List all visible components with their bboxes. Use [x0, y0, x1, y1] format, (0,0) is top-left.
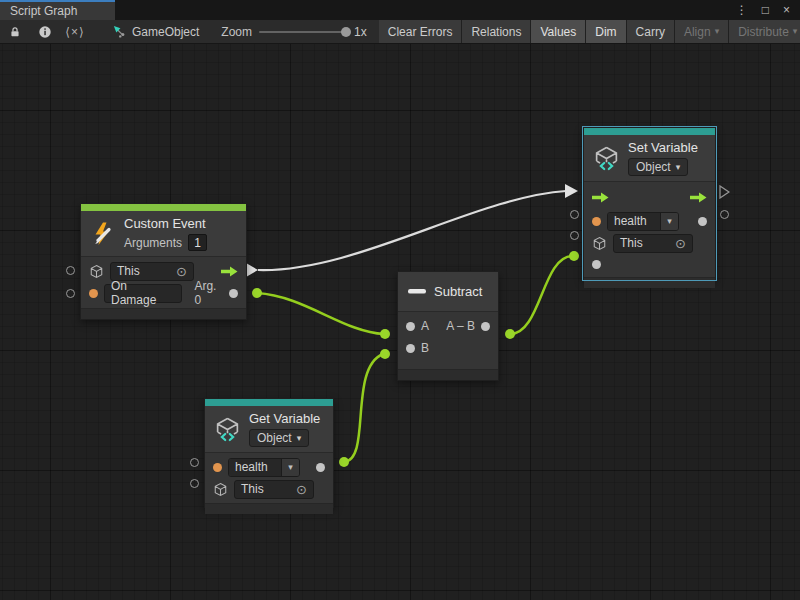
- clear-errors-button[interactable]: Clear Errors: [379, 20, 462, 43]
- arg0-label: Arg. 0: [194, 279, 223, 307]
- unconnected-port[interactable]: [570, 231, 579, 240]
- unconnected-port[interactable]: [190, 458, 199, 467]
- arguments-count-field[interactable]: 1: [188, 234, 207, 251]
- target-field[interactable]: This ⊙: [613, 234, 693, 253]
- wire-arg0-to-a[interactable]: [257, 293, 384, 334]
- script-graph-window: Script Graph ⋮ □ × ⟨×⟩: [0, 0, 800, 600]
- node-set-variable[interactable]: Set Variable Object ▾: [583, 127, 716, 280]
- arg0-wire-dot[interactable]: [252, 288, 262, 298]
- flow-input-port[interactable]: [592, 192, 609, 203]
- chevron-down-icon: ▾: [288, 463, 293, 472]
- tab-script-graph[interactable]: Script Graph: [0, 0, 115, 20]
- node-title: Set Variable: [628, 140, 698, 155]
- setvar-value-wire-dot[interactable]: [569, 251, 579, 261]
- arguments-label: Arguments: [124, 236, 182, 250]
- values-toggle[interactable]: Values: [531, 20, 585, 43]
- unconnected-port[interactable]: [66, 289, 75, 298]
- output-port[interactable]: [481, 322, 490, 331]
- unconnected-flow-port[interactable]: [719, 185, 730, 199]
- target-field[interactable]: This ⊙: [110, 262, 194, 281]
- node-footer: [205, 503, 333, 514]
- unconnected-port[interactable]: [720, 210, 729, 219]
- target-field[interactable]: This ⊙: [234, 480, 314, 499]
- node-footer: [81, 308, 246, 319]
- subtract-body: A A – B B: [398, 312, 498, 369]
- variable-accent-bar: [584, 128, 715, 135]
- set-variable-body: health ▾ This ⊙: [584, 182, 715, 277]
- close-icon[interactable]: ×: [783, 4, 790, 16]
- window-controls: ⋮ □ ×: [726, 0, 800, 20]
- object-picker-icon: ⊙: [176, 265, 187, 278]
- node-title: Subtract: [434, 284, 482, 299]
- variable-name-dropdown[interactable]: health ▾: [228, 458, 300, 477]
- edit-code-button[interactable]: ⟨×⟩: [60, 20, 90, 43]
- info-icon: [38, 24, 52, 40]
- game-object-icon: [112, 24, 127, 39]
- flow-output-arrow[interactable]: [246, 263, 258, 277]
- zoom-slider[interactable]: [259, 31, 347, 33]
- wire-getvar-to-b[interactable]: [344, 354, 383, 462]
- node-custom-event[interactable]: Custom Event Arguments 1 This ⊙: [80, 203, 247, 320]
- variable-scope-dropdown[interactable]: Object ▾: [628, 158, 688, 176]
- flow-input-arrow[interactable]: [565, 184, 578, 198]
- getvar-wire-dot[interactable]: [339, 457, 349, 467]
- align-dropdown[interactable]: Align ▾: [675, 20, 728, 43]
- zoom-value: 1x: [354, 25, 367, 39]
- flow-output-port[interactable]: [690, 192, 707, 203]
- graph-target-chip[interactable]: GameObject: [104, 20, 207, 43]
- node-footer: [584, 277, 715, 288]
- subtract-out-wire-dot[interactable]: [505, 329, 515, 339]
- node-title: Get Variable: [249, 411, 320, 426]
- value-output-port[interactable]: [698, 217, 707, 226]
- subtract-icon: [408, 289, 426, 294]
- value-output-port[interactable]: [316, 463, 325, 472]
- variable-name-port[interactable]: [213, 463, 222, 472]
- subtract-header: Subtract: [398, 272, 498, 312]
- tab-title: Script Graph: [10, 4, 77, 18]
- wire-subtract-to-setvar[interactable]: [510, 256, 572, 334]
- tab-bar: Script Graph ⋮ □ ×: [0, 0, 800, 20]
- unconnected-port[interactable]: [190, 479, 199, 488]
- variable-scope-dropdown[interactable]: Object ▾: [249, 429, 309, 447]
- game-object-cube-icon: [213, 482, 228, 497]
- flow-output-port[interactable]: [221, 266, 238, 277]
- node-get-variable[interactable]: Get Variable Object ▾ health ▾: [204, 398, 334, 508]
- relations-button[interactable]: Relations: [462, 20, 530, 43]
- game-object-cube-icon: [592, 236, 607, 251]
- input-a-port[interactable]: [406, 322, 415, 331]
- graph-canvas[interactable]: Custom Event Arguments 1 This ⊙: [0, 44, 800, 600]
- flow-wire[interactable]: [258, 191, 566, 270]
- distribute-dropdown[interactable]: Distribute ▾: [729, 20, 800, 43]
- variable-name-port[interactable]: [592, 217, 601, 226]
- get-variable-body: health ▾ This ⊙: [205, 453, 333, 503]
- variable-name-dropdown[interactable]: health ▾: [607, 212, 679, 231]
- node-footer: [398, 369, 498, 380]
- input-a-label: A: [421, 319, 429, 333]
- graph-target-label: GameObject: [132, 25, 199, 39]
- carry-toggle[interactable]: Carry: [627, 20, 674, 43]
- subtract-a-wire-dot[interactable]: [380, 329, 390, 339]
- menu-icon[interactable]: ⋮: [736, 4, 748, 16]
- lock-icon: [8, 23, 22, 41]
- subtract-b-wire-dot[interactable]: [380, 349, 390, 359]
- zoom-control: Zoom 1x: [213, 20, 374, 43]
- maximize-icon[interactable]: □: [762, 4, 769, 16]
- unconnected-port[interactable]: [66, 266, 75, 275]
- info-button[interactable]: [30, 20, 60, 43]
- unconnected-port[interactable]: [570, 210, 579, 219]
- chevron-down-icon: ▾: [667, 217, 672, 226]
- event-name-port[interactable]: [89, 289, 98, 298]
- arg0-output-port[interactable]: [229, 289, 238, 298]
- variable-accent-bar: [205, 399, 333, 406]
- node-subtract[interactable]: Subtract A A – B B: [397, 271, 499, 381]
- new-value-input-port[interactable]: [592, 260, 601, 269]
- zoom-slider-knob[interactable]: [341, 27, 351, 37]
- dim-toggle[interactable]: Dim: [586, 20, 625, 43]
- custom-event-header: Custom Event Arguments 1: [81, 211, 246, 257]
- chevron-down-icon: ▾: [793, 27, 798, 36]
- event-name-field[interactable]: On Damage: [104, 284, 182, 303]
- lock-button[interactable]: [0, 20, 30, 43]
- object-picker-icon: ⊙: [675, 237, 686, 250]
- input-b-port[interactable]: [406, 344, 415, 353]
- input-b-label: B: [421, 341, 429, 355]
